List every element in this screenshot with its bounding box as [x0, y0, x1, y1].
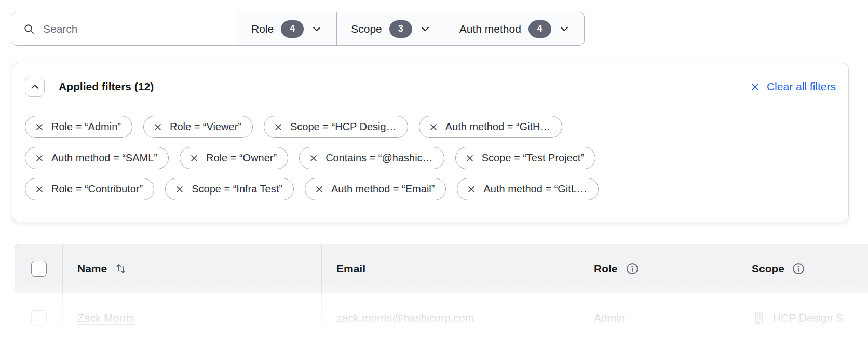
filter-pill[interactable]: Scope = “Infra Test” [165, 178, 294, 200]
remove-filter-icon[interactable] [35, 123, 44, 131]
role-column-header: Role [594, 263, 618, 275]
auth-method-filter-count-badge: 4 [528, 20, 551, 38]
header-role-cell: Role [579, 244, 737, 293]
filter-pill-label: Auth method = “Email” [331, 183, 435, 195]
filter-pill-label: Auth method = “SAML” [51, 152, 157, 164]
remove-filter-icon[interactable] [309, 154, 318, 162]
filter-pill[interactable]: Role = “Admin” [25, 116, 132, 138]
applied-filters-panel: Applied filters (12) Clear all filters R… [12, 63, 849, 222]
info-icon[interactable] [626, 262, 639, 276]
remove-filter-icon[interactable] [35, 154, 44, 162]
role-filter-label: Role [251, 23, 274, 35]
remove-filter-icon[interactable] [315, 185, 323, 194]
filter-pill-label: Auth method = “GitL… [483, 183, 587, 195]
remove-filter-icon[interactable] [190, 154, 198, 162]
name-column-header: Name [77, 263, 107, 275]
row-role-cell: Admin [579, 293, 737, 343]
row-email-cell: zack.morris@hashicorp.com [321, 293, 579, 343]
chevron-down-icon [559, 23, 570, 35]
filter-pill[interactable]: Role = “Viewer” [143, 116, 253, 138]
chevron-down-icon [311, 23, 322, 35]
header-scope-cell: Scope [737, 244, 868, 293]
clear-all-filters-label: Clear all filters [767, 80, 836, 93]
users-table: Name Email Role Scope [15, 244, 868, 343]
filter-pill-label: Role = “Contributor” [51, 183, 143, 195]
row-name-cell: Zack Morris [62, 293, 321, 343]
filter-pill[interactable]: Auth method = “SAML” [25, 147, 169, 169]
filter-pill[interactable]: Scope = “HCP Desig… [264, 116, 408, 138]
user-email: zack.morris@hashicorp.com [336, 312, 474, 324]
table-header-row: Name Email Role Scope [15, 244, 868, 293]
scope-column-header: Scope [752, 263, 784, 275]
filter-pill-label: Contains = “@hashic… [326, 152, 433, 164]
scope-filter-label: Scope [351, 23, 382, 35]
filter-pill-label: Role = “Viewer” [170, 121, 241, 133]
remove-filter-icon[interactable] [467, 185, 476, 194]
filter-pill[interactable]: Auth method = “GitH… [419, 116, 562, 138]
filter-pill[interactable]: Scope = “Test Project” [455, 147, 595, 169]
filter-pill[interactable]: Auth method = “Email” [305, 178, 446, 200]
header-name-cell[interactable]: Name [62, 244, 321, 293]
filter-pill-label: Role = “Admin” [51, 121, 121, 133]
filter-toolbar: Role 4 Scope 3 Auth method 4 [12, 12, 585, 46]
filter-pill-label: Scope = “Test Project” [482, 152, 584, 164]
row-scope-cell: HCP Design S [737, 293, 868, 343]
filter-pill-label: Role = “Owner” [206, 152, 277, 164]
role-filter-count-badge: 4 [281, 20, 304, 38]
info-icon[interactable] [792, 262, 805, 276]
filter-pill[interactable]: Contains = “@hashic… [299, 147, 444, 169]
remove-filter-icon[interactable] [154, 123, 162, 131]
table-row: Zack Morris zack.morris@hashicorp.com Ad… [15, 293, 868, 343]
search-box[interactable] [12, 12, 237, 45]
select-all-checkbox[interactable] [31, 261, 47, 277]
organization-icon [752, 311, 766, 325]
close-icon [750, 82, 760, 92]
remove-filter-icon[interactable] [175, 185, 184, 194]
user-name-link[interactable]: Zack Morris [77, 312, 134, 324]
filter-pill-list: Role = “Admin” Role = “Viewer” Scope = “… [25, 116, 836, 200]
clear-all-filters-button[interactable]: Clear all filters [750, 80, 836, 93]
remove-filter-icon[interactable] [466, 154, 474, 162]
filter-pill-label: Scope = “HCP Desig… [290, 121, 397, 133]
scope-filter-count-badge: 3 [389, 20, 412, 38]
search-icon [23, 23, 35, 35]
user-scope: HCP Design S [773, 312, 843, 324]
row-checkbox[interactable] [31, 310, 47, 326]
email-column-header: Email [336, 263, 365, 275]
filter-pill-label: Scope = “Infra Test” [192, 183, 282, 195]
applied-filters-title: Applied filters (12) [59, 80, 154, 93]
filter-pill-row: Role = “Contributor” Scope = “Infra Test… [25, 178, 836, 200]
user-role: Admin [594, 312, 625, 324]
row-checkbox-cell [15, 293, 62, 343]
remove-filter-icon[interactable] [429, 123, 438, 131]
header-checkbox-cell [15, 244, 62, 293]
role-filter-dropdown[interactable]: Role 4 [237, 12, 336, 45]
sort-icon[interactable] [115, 263, 127, 275]
header-email-cell: Email [321, 244, 579, 293]
chevron-down-icon [419, 23, 431, 35]
scope-filter-dropdown[interactable]: Scope 3 [336, 12, 445, 45]
chevron-up-icon [30, 81, 40, 92]
filter-pill[interactable]: Role = “Contributor” [25, 178, 154, 200]
auth-method-filter-label: Auth method [459, 23, 521, 35]
remove-filter-icon[interactable] [35, 185, 44, 194]
applied-filters-header: Applied filters (12) Clear all filters [25, 77, 836, 97]
filter-pill-row: Auth method = “SAML” Role = “Owner” Cont… [25, 147, 836, 169]
filter-pill-row: Role = “Admin” Role = “Viewer” Scope = “… [25, 116, 836, 138]
search-input[interactable] [43, 23, 226, 35]
auth-method-filter-dropdown[interactable]: Auth method 4 [445, 12, 584, 45]
remove-filter-icon[interactable] [274, 123, 282, 131]
collapse-filters-button[interactable] [25, 77, 45, 97]
filter-pill[interactable]: Role = “Owner” [180, 147, 288, 169]
filter-pill[interactable]: Auth method = “GitL… [457, 178, 599, 200]
filter-pill-label: Auth method = “GitH… [445, 121, 551, 133]
